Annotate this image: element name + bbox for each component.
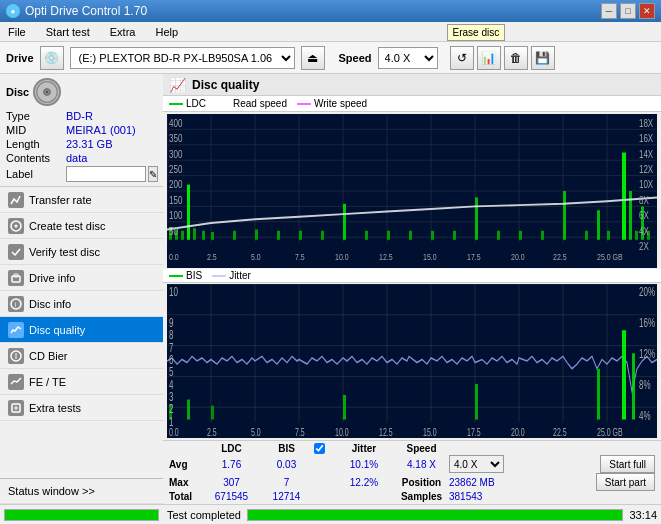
svg-text:350: 350: [169, 133, 182, 144]
svg-text:150: 150: [169, 195, 182, 206]
write-speed-color: [297, 103, 311, 105]
window-controls: ─ □ ✕: [601, 3, 655, 19]
svg-text:0.0: 0.0: [169, 252, 179, 262]
svg-text:12.5: 12.5: [379, 427, 393, 438]
status-window-label: Status window >>: [8, 485, 95, 497]
start-part-container: Start part: [596, 473, 655, 491]
refresh-button[interactable]: ↺: [450, 46, 474, 70]
sidebar-item-fe-te[interactable]: FE / TE: [0, 369, 163, 395]
legend-read-speed: Read speed: [216, 98, 287, 109]
svg-text:6X: 6X: [639, 210, 649, 221]
svg-text:10: 10: [169, 286, 178, 299]
drive-label: Drive: [6, 52, 34, 64]
disc-section-title: Disc: [6, 86, 29, 98]
menu-extra[interactable]: Extra: [106, 24, 140, 40]
transfer-rate-icon: [8, 192, 24, 208]
sidebar-item-drive-info[interactable]: Drive info: [0, 265, 163, 291]
sidebar-item-create-test-disc[interactable]: Create test disc: [0, 213, 163, 239]
svg-rect-111: [475, 384, 478, 419]
svg-rect-39: [211, 232, 214, 240]
minimize-button[interactable]: ─: [601, 3, 617, 19]
svg-text:200: 200: [169, 180, 182, 191]
svg-text:18X: 18X: [639, 118, 653, 129]
svg-rect-57: [597, 210, 600, 240]
svg-text:10.0: 10.0: [335, 427, 349, 438]
svg-point-2: [46, 91, 49, 94]
drive-select[interactable]: (E:) PLEXTOR BD-R PX-LB950SA 1.06: [70, 47, 295, 69]
sidebar-item-cd-bier[interactable]: CD Bier: [0, 343, 163, 369]
sidebar-item-disc-info[interactable]: i Disc info: [0, 291, 163, 317]
drive-icon: 💿: [40, 46, 64, 70]
speed-select-stats[interactable]: 4.0 X: [449, 455, 504, 473]
label-edit-button[interactable]: ✎: [148, 166, 158, 182]
bottom-chart-svg: 10 9 8 7 6 5 4 3 2 1 20% 16% 12% 8% 4% 0…: [167, 284, 657, 438]
total-ldc: 671545: [204, 491, 259, 502]
svg-text:20.0: 20.0: [511, 427, 525, 438]
legend-jitter: Jitter: [212, 270, 251, 281]
svg-text:16%: 16%: [639, 316, 655, 329]
svg-text:5: 5: [169, 366, 174, 379]
contents-label: Contents: [6, 152, 66, 164]
length-value: 23.31 GB: [66, 138, 112, 150]
app-icon: ●: [6, 4, 20, 18]
bottom-chart: 10 9 8 7 6 5 4 3 2 1 20% 16% 12% 8% 4% 0…: [167, 284, 657, 438]
sidebar-item-transfer-rate[interactable]: Transfer rate: [0, 187, 163, 213]
close-button[interactable]: ✕: [639, 3, 655, 19]
action-buttons: Start full: [600, 455, 655, 473]
start-full-button[interactable]: Start full: [600, 455, 655, 473]
svg-text:300: 300: [169, 149, 182, 160]
stats-header-row: LDC BIS Jitter Speed: [169, 443, 655, 454]
progress-fill: [248, 510, 622, 520]
svg-text:8: 8: [169, 329, 174, 342]
sidebar-item-disc-quality[interactable]: Disc quality: [0, 317, 163, 343]
svg-rect-112: [597, 369, 600, 420]
svg-rect-110: [343, 395, 346, 420]
svg-rect-46: [365, 231, 368, 240]
svg-text:8%: 8%: [639, 378, 651, 391]
svg-text:2.5: 2.5: [207, 252, 217, 262]
svg-text:250: 250: [169, 164, 182, 175]
maximize-button[interactable]: □: [620, 3, 636, 19]
svg-rect-49: [431, 231, 434, 240]
status-window-button[interactable]: Status window >>: [0, 478, 163, 504]
jitter-checkbox[interactable]: [314, 443, 325, 454]
svg-text:20.0: 20.0: [511, 252, 525, 262]
svg-text:4%: 4%: [639, 409, 651, 422]
svg-rect-55: [563, 191, 566, 240]
menu-help[interactable]: Help: [151, 24, 182, 40]
menu-start-test[interactable]: Start test: [42, 24, 94, 40]
sidebar-item-extra-tests[interactable]: Extra tests: [0, 395, 163, 421]
bottom-legend: BIS Jitter: [163, 269, 661, 283]
eject-button[interactable]: ⏏: [301, 46, 325, 70]
svg-rect-37: [193, 228, 196, 240]
svg-text:7: 7: [169, 341, 174, 354]
svg-rect-53: [519, 231, 522, 240]
svg-rect-113: [622, 330, 626, 419]
bis-color: [169, 275, 183, 277]
speed-select[interactable]: 4.0 X: [378, 47, 438, 69]
svg-rect-59: [622, 153, 626, 240]
stats-bar: LDC BIS Jitter Speed Avg 1.76 0.03 10.1%: [163, 440, 661, 504]
label-input[interactable]: [66, 166, 146, 182]
disc-quality-button[interactable]: 📊: [477, 46, 501, 70]
jitter-checkbox-cell: [314, 443, 334, 454]
stats-max-row: Max 307 7 12.2% Position 23862 MB Start …: [169, 473, 655, 491]
app-title: Opti Drive Control 1.70: [25, 4, 147, 18]
erase-disc-tooltip: Erase disc: [447, 24, 506, 41]
svg-text:17.5: 17.5: [467, 427, 481, 438]
sidebar-item-verify-test-disc[interactable]: Verify test disc: [0, 239, 163, 265]
svg-text:14X: 14X: [639, 149, 653, 160]
stats-total-row: Total 671545 12714 Samples 381543: [169, 491, 655, 502]
avg-label: Avg: [169, 459, 204, 470]
erase-button[interactable]: 🗑: [504, 46, 528, 70]
max-ldc: 307: [204, 477, 259, 488]
svg-rect-38: [202, 231, 205, 240]
menu-file[interactable]: File: [4, 24, 30, 40]
jitter-color: [212, 275, 226, 277]
svg-text:10X: 10X: [639, 180, 653, 191]
time-display: 33:14: [629, 509, 657, 521]
start-part-button[interactable]: Start part: [596, 473, 655, 491]
svg-text:12.5: 12.5: [379, 252, 393, 262]
sidebar: Disc Type BD-R MID MEIRA1 (001) Length: [0, 74, 163, 524]
settings-button[interactable]: 💾: [531, 46, 555, 70]
